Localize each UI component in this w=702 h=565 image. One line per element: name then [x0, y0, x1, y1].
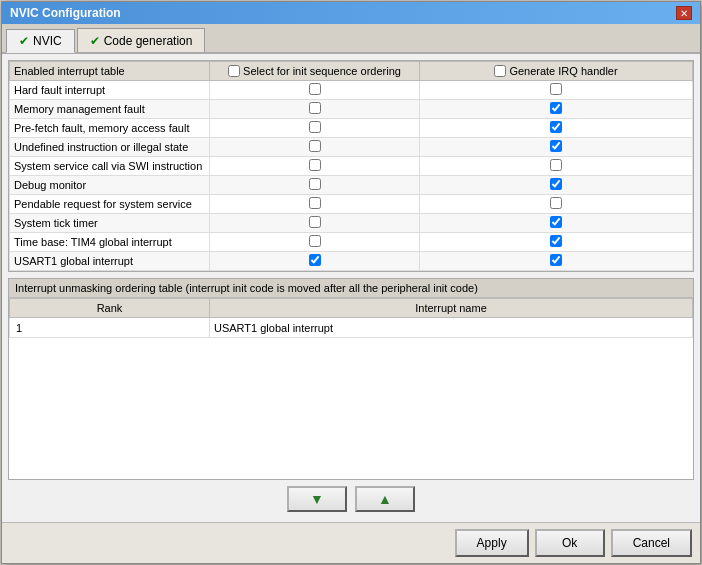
interrupt-irq-cell: [420, 138, 693, 157]
apply-button[interactable]: Apply: [455, 529, 529, 557]
ok-button[interactable]: Ok: [535, 529, 605, 557]
interrupt-table-row: System tick timer: [10, 214, 693, 233]
col-header-irq-checkbox[interactable]: [494, 65, 506, 77]
interrupt-name-cell: System tick timer: [10, 214, 210, 233]
interrupt-init-cell: [210, 195, 420, 214]
interrupt-irq-cell: [420, 176, 693, 195]
interrupt-irq-cell: [420, 252, 693, 271]
interrupt-irq-cell: [420, 214, 693, 233]
interrupt-init-checkbox[interactable]: [309, 254, 321, 266]
interrupt-init-checkbox[interactable]: [309, 159, 321, 171]
footer-button-bar: Apply Ok Cancel: [2, 522, 700, 563]
interrupt-table-row: USART1 global interrupt: [10, 252, 693, 271]
interrupt-table-scroll-area: Enabled interrupt table Select for init …: [9, 61, 693, 271]
interrupt-name-cell: Pre-fetch fault, memory access fault: [10, 119, 210, 138]
col-header-enabled: Enabled interrupt table: [10, 62, 210, 81]
interrupt-init-cell: [210, 100, 420, 119]
check-icon-nvic: ✔: [19, 34, 29, 48]
interrupt-init-checkbox[interactable]: [309, 235, 321, 247]
ordering-header: Interrupt unmasking ordering table (inte…: [9, 279, 693, 298]
interrupt-name-cell: Time base: TIM4 global interrupt: [10, 233, 210, 252]
interrupt-irq-checkbox[interactable]: [550, 178, 562, 190]
interrupt-init-cell: [210, 81, 420, 100]
interrupt-table-section: Enabled interrupt table Select for init …: [8, 60, 694, 272]
ordering-table: Rank Interrupt name 1USART1 global inter…: [9, 298, 693, 338]
col-header-init-checkbox[interactable]: [228, 65, 240, 77]
interrupt-name-cell: Hard fault interrupt: [10, 81, 210, 100]
interrupt-irq-checkbox[interactable]: [550, 159, 562, 171]
interrupt-table-row: Hard fault interrupt: [10, 81, 693, 100]
interrupt-irq-checkbox[interactable]: [550, 197, 562, 209]
interrupt-irq-checkbox[interactable]: [550, 121, 562, 133]
interrupt-name-cell: Memory management fault: [10, 100, 210, 119]
interrupt-irq-cell: [420, 119, 693, 138]
interrupt-irq-cell: [420, 100, 693, 119]
interrupt-table-row: Memory management fault: [10, 100, 693, 119]
ordering-name-cell: USART1 global interrupt: [210, 318, 693, 338]
main-window: NVIC Configuration ✕ ✔ NVIC ✔ Code gener…: [1, 1, 701, 564]
interrupt-name-cell: Pendable request for system service: [10, 195, 210, 214]
col-header-init: Select for init sequence ordering: [210, 62, 420, 81]
interrupt-init-cell: [210, 252, 420, 271]
interrupt-irq-checkbox[interactable]: [550, 102, 562, 114]
up-arrow-icon: ▲: [378, 491, 392, 507]
interrupt-irq-cell: [420, 195, 693, 214]
ordering-col-rank: Rank: [10, 299, 210, 318]
move-up-button[interactable]: ▲: [355, 486, 415, 512]
interrupt-init-checkbox[interactable]: [309, 83, 321, 95]
interrupt-init-checkbox[interactable]: [309, 216, 321, 228]
interrupt-init-checkbox[interactable]: [309, 178, 321, 190]
tab-nvic[interactable]: ✔ NVIC: [6, 29, 75, 53]
tab-bar: ✔ NVIC ✔ Code generation: [2, 24, 700, 54]
interrupt-init-cell: [210, 233, 420, 252]
interrupt-irq-checkbox[interactable]: [550, 235, 562, 247]
arrow-button-row: ▼ ▲: [8, 480, 694, 516]
interrupt-init-checkbox[interactable]: [309, 121, 321, 133]
interrupt-init-cell: [210, 119, 420, 138]
check-icon-codegen: ✔: [90, 34, 100, 48]
title-bar: NVIC Configuration ✕: [2, 2, 700, 24]
interrupt-init-cell: [210, 176, 420, 195]
interrupt-irq-cell: [420, 157, 693, 176]
move-down-button[interactable]: ▼: [287, 486, 347, 512]
interrupt-init-checkbox[interactable]: [309, 102, 321, 114]
interrupt-name-cell: System service call via SWI instruction: [10, 157, 210, 176]
tab-code-generation[interactable]: ✔ Code generation: [77, 28, 206, 52]
interrupt-table-row: Pendable request for system service: [10, 195, 693, 214]
interrupt-table-row: Pre-fetch fault, memory access fault: [10, 119, 693, 138]
window-title: NVIC Configuration: [10, 6, 121, 20]
interrupt-init-checkbox[interactable]: [309, 197, 321, 209]
interrupt-table: Enabled interrupt table Select for init …: [9, 61, 693, 271]
interrupt-irq-checkbox[interactable]: [550, 140, 562, 152]
tab-code-generation-label: Code generation: [104, 34, 193, 48]
interrupt-init-cell: [210, 214, 420, 233]
close-button[interactable]: ✕: [676, 6, 692, 20]
ordering-table-row: 1USART1 global interrupt: [10, 318, 693, 338]
interrupt-table-row: Undefined instruction or illegal state: [10, 138, 693, 157]
interrupt-init-cell: [210, 138, 420, 157]
interrupt-table-row: Time base: TIM4 global interrupt: [10, 233, 693, 252]
content-area: Enabled interrupt table Select for init …: [2, 54, 700, 522]
interrupt-irq-checkbox[interactable]: [550, 254, 562, 266]
cancel-button[interactable]: Cancel: [611, 529, 692, 557]
interrupt-init-checkbox[interactable]: [309, 140, 321, 152]
ordering-table-wrapper[interactable]: Rank Interrupt name 1USART1 global inter…: [9, 298, 693, 479]
interrupt-name-cell: Debug monitor: [10, 176, 210, 195]
interrupt-irq-cell: [420, 233, 693, 252]
interrupt-table-inner[interactable]: Enabled interrupt table Select for init …: [9, 61, 693, 271]
ordering-section: Interrupt unmasking ordering table (inte…: [8, 278, 694, 480]
interrupt-irq-checkbox[interactable]: [550, 83, 562, 95]
tab-nvic-label: NVIC: [33, 34, 62, 48]
col-header-irq: Generate IRQ handler: [420, 62, 693, 81]
interrupt-irq-cell: [420, 81, 693, 100]
interrupt-table-row: Debug monitor: [10, 176, 693, 195]
interrupt-irq-checkbox[interactable]: [550, 216, 562, 228]
down-arrow-icon: ▼: [310, 491, 324, 507]
interrupt-name-cell: USART1 global interrupt: [10, 252, 210, 271]
interrupt-table-row: System service call via SWI instruction: [10, 157, 693, 176]
ordering-rank-cell: 1: [10, 318, 210, 338]
interrupt-init-cell: [210, 157, 420, 176]
interrupt-name-cell: Undefined instruction or illegal state: [10, 138, 210, 157]
ordering-col-name: Interrupt name: [210, 299, 693, 318]
